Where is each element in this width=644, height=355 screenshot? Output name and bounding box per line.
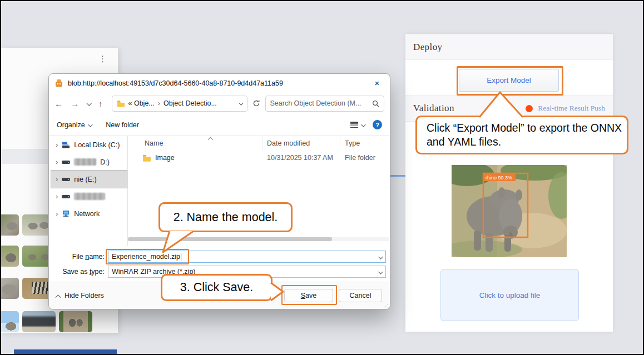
file-name-value: Experience_model.zip: [112, 253, 180, 261]
file-list-row[interactable]: Image 10/31/2025 10:37 AM File folder: [128, 150, 390, 166]
thumbnail-image[interactable]: [1, 311, 19, 332]
hide-folders-button[interactable]: Hide Folders: [56, 292, 104, 299]
column-label: Name: [145, 139, 163, 147]
folder-icon: [117, 100, 125, 107]
tree-item-drive-redacted[interactable]: ›: [51, 188, 127, 205]
chevron-right-icon[interactable]: ›: [56, 209, 58, 218]
close-icon[interactable]: ×: [364, 74, 390, 92]
tree-item-drive-d[interactable]: › D:): [51, 153, 127, 171]
app-robot-icon: [55, 79, 63, 88]
chevron-down-icon[interactable]: [378, 254, 383, 259]
chevron-right-icon[interactable]: ›: [56, 141, 58, 149]
breadcrumb-current[interactable]: Object Detectio...: [164, 99, 217, 107]
detection-label: rhino 90.3%: [486, 175, 512, 181]
deploy-panel: Deploy Export Model Validation Real-time…: [405, 34, 613, 332]
up-icon[interactable]: ↑: [98, 99, 103, 108]
chevron-right-icon[interactable]: ›: [56, 158, 58, 166]
deploy-title: Deploy: [413, 42, 442, 53]
disk-drive-icon: [62, 194, 70, 199]
callout-text: 2. Name the model.: [174, 211, 278, 224]
file-list: Name Date modified Type Image: [128, 136, 390, 166]
thumbnail-image[interactable]: [22, 278, 48, 299]
organize-menu[interactable]: Organize: [57, 121, 91, 129]
thumbnail-image[interactable]: [22, 246, 48, 267]
chevron-down-icon[interactable]: [378, 269, 383, 274]
upload-dropzone[interactable]: Click to upload file: [440, 269, 579, 321]
callout-text: Click “Export Model” to export the ONNX …: [427, 121, 627, 149]
tree-item-drive-e[interactable]: › nie (E:): [51, 171, 127, 188]
column-header-name[interactable]: Name: [128, 136, 262, 150]
dialog-navbar: ← → ↑ « Obje... › Object Detectio...: [49, 92, 390, 114]
recent-locations-chevron-icon[interactable]: [86, 100, 92, 106]
chevron-right-icon[interactable]: ›: [56, 175, 58, 183]
tree-item-local-disk-c[interactable]: › Local Disk (C:): [51, 136, 127, 153]
save-button[interactable]: Save: [284, 289, 333, 302]
thumbnail-image[interactable]: [22, 214, 48, 236]
chevron-right-icon[interactable]: ›: [56, 192, 58, 201]
thumbnail-image[interactable]: [1, 278, 19, 299]
address-bar[interactable]: « Obje... › Object Detectio...: [112, 96, 247, 112]
thumbnail-image[interactable]: [59, 311, 92, 332]
view-options-button[interactable]: [350, 122, 365, 128]
bottom-progress-bar: [14, 349, 117, 354]
validation-result-image: rhino 90.3%: [452, 165, 567, 257]
validation-title: Validation: [413, 103, 454, 114]
deploy-section-header: Deploy: [405, 34, 613, 60]
scrollbar-thumb[interactable]: [128, 237, 332, 241]
text-cursor: [181, 253, 181, 261]
rhino-photo: rhino 90.3%: [452, 165, 567, 257]
horizontal-scrollbar[interactable]: [128, 237, 389, 241]
tree-item-network[interactable]: › Network: [51, 205, 127, 222]
status-dot-icon: [526, 105, 533, 112]
column-header-type[interactable]: Type: [340, 136, 389, 150]
redacted-label: [74, 158, 96, 166]
network-icon: [62, 210, 70, 217]
breadcrumb-collapsed[interactable]: « Obje...: [128, 99, 155, 107]
file-name-label: File name:: [49, 253, 105, 261]
resize-grip-icon[interactable]: ⋰: [383, 303, 388, 309]
search-input[interactable]: Search Object Detection (M...: [265, 96, 385, 112]
dialog-titlebar[interactable]: blob:http://localhost:49153/d7c30d64-566…: [49, 74, 390, 92]
callout-text: 3. Click Save.: [180, 281, 253, 294]
disk-drive-icon: [62, 160, 70, 164]
refresh-icon[interactable]: [252, 99, 260, 107]
help-icon[interactable]: ?: [373, 120, 382, 129]
file-name: Image: [155, 154, 175, 162]
upload-label: Click to upload file: [479, 291, 541, 299]
sort-ascending-icon: [208, 137, 214, 143]
cancel-button[interactable]: Cancel: [339, 289, 382, 302]
more-options-icon[interactable]: ⋮: [98, 54, 107, 63]
thumbnail-row: [1, 246, 48, 267]
thumbnail-image[interactable]: [1, 214, 19, 236]
callout-export-model: Click “Export Model” to export the ONNX …: [415, 116, 628, 154]
organize-label: Organize: [57, 121, 85, 129]
column-header-date-modified[interactable]: Date modified: [262, 136, 340, 150]
new-folder-button[interactable]: New folder: [106, 121, 139, 129]
save-as-type-label: Save as type:: [49, 268, 105, 276]
chevron-down-icon: [88, 122, 92, 127]
new-folder-label: New folder: [106, 121, 139, 129]
search-placeholder: Search Object Detection (M...: [270, 99, 361, 107]
chevron-up-icon: [56, 294, 61, 300]
address-dropdown-chevron-icon[interactable]: [239, 101, 244, 105]
column-label: Date modified: [267, 139, 310, 147]
breadcrumb-separator-icon: ›: [158, 99, 160, 107]
disk-drive-icon: [62, 177, 70, 182]
thumbnail-image[interactable]: [1, 246, 19, 267]
thumbnail-row: [1, 311, 118, 332]
column-label: Type: [345, 139, 360, 147]
back-icon[interactable]: ←: [55, 99, 63, 108]
hide-folders-label: Hide Folders: [65, 292, 104, 299]
forward-icon[interactable]: →: [71, 99, 79, 108]
file-name-input[interactable]: Experience_model.zip: [108, 251, 386, 263]
thumbnail-row: [1, 214, 48, 236]
dialog-toolbar: Organize New folder ?: [49, 114, 390, 136]
list-view-icon: [350, 122, 358, 128]
thumbnail-image[interactable]: [22, 311, 56, 332]
file-type: File folder: [340, 154, 389, 162]
disk-drive-icon: [62, 141, 70, 148]
file-list-header: Name Date modified Type: [128, 136, 390, 150]
realtime-result-link[interactable]: Real-time Result Push: [538, 104, 605, 113]
redacted-label: [74, 193, 105, 200]
export-model-button[interactable]: Export Model: [459, 69, 559, 92]
